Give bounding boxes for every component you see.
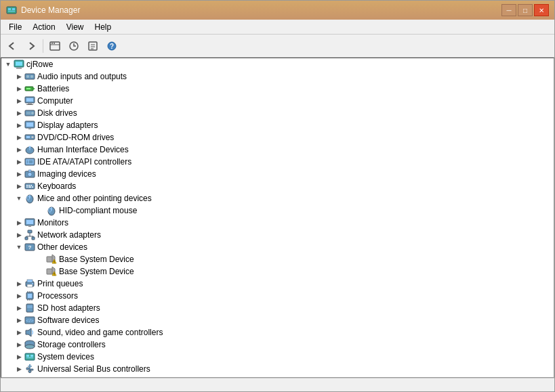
tree-node-print[interactable]: ▶ Print queues (1, 278, 554, 290)
expand-system[interactable]: ▶ (14, 351, 24, 362)
storage-label: Storage controllers (37, 340, 106, 349)
usb-icon (24, 364, 35, 374)
keyboards-icon (24, 181, 35, 192)
svg-rect-111 (26, 368, 29, 370)
svg-rect-107 (26, 357, 33, 358)
expand-processors[interactable]: ▶ (14, 290, 24, 301)
expand-network[interactable]: ▶ (14, 230, 24, 240)
tree-node-sd[interactable]: ▶ SD host adapters (1, 302, 554, 314)
tree-node-network[interactable]: ▶ Network adapters (1, 229, 554, 241)
svg-rect-34 (28, 129, 31, 129)
expand-audio[interactable]: ▶ (14, 71, 24, 82)
system-icon (24, 351, 35, 362)
imaging-label: Imaging devices (37, 169, 96, 179)
svg-rect-65 (32, 237, 35, 240)
scan-button[interactable] (65, 37, 83, 55)
back-button[interactable] (3, 37, 21, 55)
tree-node-ide[interactable]: ▶ IDE ATA/ATAPI controllers (1, 156, 554, 168)
expand-sd[interactable]: ▶ (14, 303, 24, 313)
forward-button[interactable] (22, 37, 40, 55)
ide-label: IDE ATA/ATAPI controllers (37, 157, 131, 167)
tree-node-storage[interactable]: ▶ Storage controllers (1, 339, 554, 351)
tree-node-keyboards[interactable]: ▶ Keyboards (1, 180, 554, 192)
tree-node-processors[interactable]: ▶ Processors (1, 290, 554, 302)
tree-node-hid-mouse[interactable]: HID-compliant mouse (1, 204, 554, 217)
svg-point-6 (52, 43, 53, 44)
expand-dvd[interactable]: ▶ (14, 132, 24, 143)
device-tree[interactable]: ▼ cjRowe ▶ (1, 58, 554, 378)
minimize-button[interactable]: ─ (501, 4, 516, 16)
tree-node-base-system-2[interactable]: ! Base System Device (1, 265, 554, 278)
expand-other[interactable]: ▼ (14, 242, 24, 253)
expand-print[interactable]: ▶ (14, 278, 24, 289)
tree-node-root[interactable]: ▼ cjRowe (1, 58, 554, 70)
hid-mouse-label: HID-compliant mouse (59, 206, 137, 215)
expand-storage[interactable]: ▶ (14, 339, 24, 350)
help-icon-button[interactable]: ? (103, 37, 121, 55)
computer-label: Computer (37, 96, 73, 106)
svg-rect-33 (26, 123, 33, 127)
tree-node-hid[interactable]: ▶ Human Interface Devices (1, 144, 554, 156)
tree-node-usb[interactable]: ▶ Universal Serial Bus controllers (1, 363, 554, 375)
tree-node-sound[interactable]: ▶ Sound, video and game controllers (1, 326, 554, 339)
expand-ide[interactable]: ▶ (14, 156, 24, 167)
tree-node-dvd[interactable]: ▶ DVD/CD-ROM drives (1, 131, 554, 144)
audio-label: Audio inputs and outputs (37, 72, 127, 81)
status-bar (1, 378, 554, 391)
title-bar: Device Manager ─ □ ✕ (1, 1, 554, 20)
properties-button[interactable] (84, 37, 102, 55)
tree-node-display[interactable]: ▶ Display adapters (1, 119, 554, 131)
expand-disk[interactable]: ▶ (14, 108, 24, 118)
svg-rect-53 (32, 187, 33, 188)
storage-icon (24, 339, 35, 350)
menu-help[interactable]: Help (89, 21, 117, 33)
display-label: Display adapters (37, 121, 98, 130)
base-system-2-icon: ! (46, 266, 57, 277)
expand-software[interactable]: ▶ (14, 315, 24, 326)
tree-node-software[interactable]: ▶ </> Software devices (1, 314, 554, 326)
tree-node-audio[interactable]: ▶ Audio inputs and outputs (1, 70, 554, 83)
expand-monitors[interactable]: ▶ (14, 217, 24, 228)
tree-node-batteries[interactable]: ▶ Batteries (1, 83, 554, 95)
tree-node-computer[interactable]: ▶ Computer (1, 95, 554, 107)
expand-computer[interactable]: ▶ (14, 95, 24, 106)
tree-node-other[interactable]: ▼ ? Other devices (1, 241, 554, 253)
svg-rect-25 (26, 98, 33, 102)
svg-rect-1 (8, 8, 11, 10)
svg-rect-3 (12, 8, 15, 10)
tree-node-imaging[interactable]: ▶ Imaging devices (1, 168, 554, 180)
svg-rect-106 (26, 355, 29, 357)
tree-node-monitors[interactable]: ▶ Monitors (1, 217, 554, 229)
expand-usb[interactable]: ▶ (14, 364, 24, 374)
svg-rect-2 (8, 11, 15, 12)
computer-icon (24, 95, 35, 106)
svg-rect-36 (26, 136, 30, 138)
maximize-button[interactable]: □ (518, 4, 533, 16)
menu-file[interactable]: File (3, 21, 27, 33)
expand-batteries[interactable]: ▶ (14, 83, 24, 94)
expand-sound[interactable]: ▶ (14, 327, 24, 338)
menu-view[interactable]: View (61, 21, 89, 33)
close-button[interactable]: ✕ (534, 4, 549, 16)
title-bar-buttons: ─ □ ✕ (501, 4, 549, 16)
tree-node-base-system-1[interactable]: ! Base System Device (1, 253, 554, 265)
tree-node-disk[interactable]: ▶ Disk drives (1, 107, 554, 119)
menu-action[interactable]: Action (27, 21, 60, 33)
tree-node-system[interactable]: ▶ System devices (1, 351, 554, 363)
expand-hid[interactable]: ▶ (14, 144, 24, 155)
base-system-1-label: Base System Device (59, 255, 134, 264)
base-system-1-icon: ! (46, 254, 57, 265)
network-label: Network adapters (37, 230, 101, 240)
svg-rect-108 (30, 355, 33, 357)
dvd-icon (24, 132, 35, 143)
processors-label: Processors (37, 291, 78, 301)
expand-mice[interactable]: ▼ (14, 193, 24, 204)
show-hidden-button[interactable] (46, 37, 64, 55)
expand-imaging[interactable]: ▶ (14, 169, 24, 179)
svg-point-29 (31, 112, 34, 114)
svg-point-45 (28, 173, 32, 177)
tree-node-mice[interactable]: ▼ Mice and other pointing devices (1, 192, 554, 204)
expand-root[interactable]: ▼ (3, 59, 14, 70)
expand-keyboards[interactable]: ▶ (14, 181, 24, 192)
expand-display[interactable]: ▶ (14, 120, 24, 131)
